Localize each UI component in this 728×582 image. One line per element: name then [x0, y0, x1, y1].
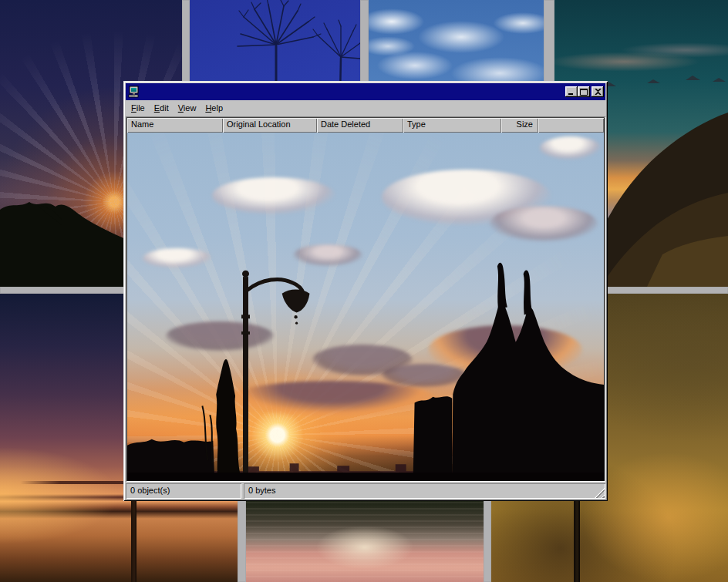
computer-icon [128, 86, 140, 98]
column-header-type[interactable]: Type [403, 118, 501, 133]
status-bar: 0 object(s) 0 bytes [126, 483, 605, 499]
foreground-ground [127, 473, 604, 480]
right-bushes [413, 396, 453, 480]
street-lamp-sunset-photo[interactable] [127, 133, 604, 480]
cypress-tree [216, 359, 241, 480]
minimize-icon [568, 89, 575, 96]
menu-help[interactable]: Help [201, 102, 228, 115]
maximize-icon [580, 89, 588, 96]
tall-tree-spike [497, 263, 507, 309]
menu-bar: File Edit View Help [126, 100, 605, 116]
maximize-button[interactable] [578, 86, 590, 97]
resize-grip[interactable] [595, 488, 605, 498]
status-bytes: 0 bytes [244, 483, 605, 499]
right-tree-mass [452, 303, 604, 480]
desktop: { "window": { "title_text": "", "titleba… [0, 0, 728, 582]
status-objects: 0 object(s) [126, 483, 241, 499]
blur-pole-silhouette [574, 499, 580, 582]
close-icon [595, 89, 602, 95]
column-header-date-deleted[interactable]: Date Deleted [317, 118, 403, 133]
minimize-button[interactable] [565, 86, 578, 97]
close-button[interactable] [592, 86, 604, 97]
column-header-original-location[interactable]: Original Location [223, 118, 317, 133]
menu-view[interactable]: View [174, 102, 201, 115]
column-header-name[interactable]: Name [127, 118, 223, 133]
menu-edit[interactable]: Edit [150, 102, 174, 115]
tall-tree-spike [524, 271, 533, 315]
lake-pole-silhouette [131, 499, 136, 582]
recycle-bin-window: File Edit View Help Name Original Locati… [123, 81, 608, 501]
street-lamp [241, 271, 309, 480]
file-list-view[interactable]: Name Original Location Date Deleted Type… [126, 116, 605, 482]
column-header-size[interactable]: Size [501, 118, 538, 133]
foreground-silhouettes [127, 133, 604, 480]
column-header-filler[interactable] [538, 118, 604, 133]
menu-file[interactable]: File [126, 102, 150, 115]
column-header-row: Name Original Location Date Deleted Type… [127, 118, 604, 133]
title-bar[interactable] [126, 83, 605, 100]
